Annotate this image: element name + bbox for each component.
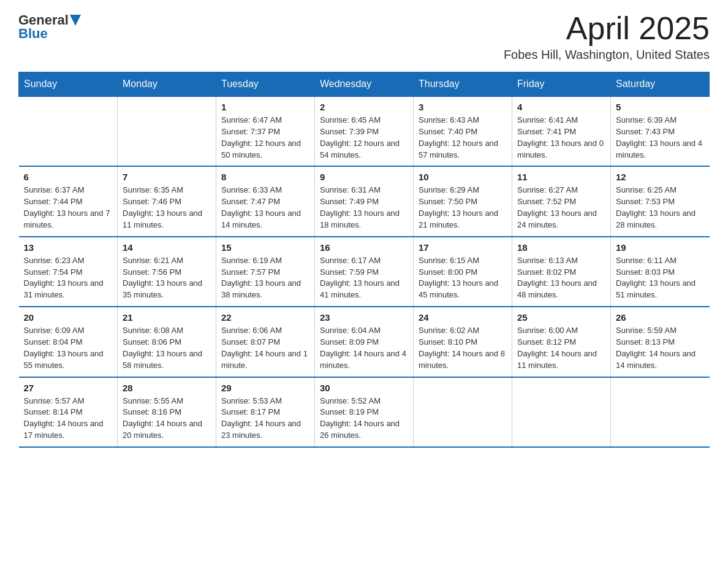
- day-number: 25: [517, 312, 605, 323]
- calendar-week-row: 13Sunrise: 6:23 AM Sunset: 7:54 PM Dayli…: [19, 237, 710, 307]
- day-info: Sunrise: 6:04 AM Sunset: 8:09 PM Dayligh…: [320, 325, 408, 371]
- day-info: Sunrise: 6:17 AM Sunset: 7:59 PM Dayligh…: [320, 255, 408, 301]
- day-info: Sunrise: 6:25 AM Sunset: 7:53 PM Dayligh…: [616, 185, 705, 231]
- day-info: Sunrise: 6:21 AM Sunset: 7:56 PM Dayligh…: [123, 255, 211, 301]
- day-number: 21: [123, 312, 211, 323]
- day-info: Sunrise: 6:41 AM Sunset: 7:41 PM Dayligh…: [517, 115, 605, 161]
- page-header: General Blue April 2025 Fobes Hill, Wash…: [18, 12, 710, 62]
- column-header-monday: Monday: [118, 72, 216, 97]
- day-info: Sunrise: 6:08 AM Sunset: 8:06 PM Dayligh…: [123, 325, 211, 371]
- calendar-cell: 8Sunrise: 6:33 AM Sunset: 7:47 PM Daylig…: [216, 166, 315, 236]
- calendar-cell: 7Sunrise: 6:35 AM Sunset: 7:46 PM Daylig…: [118, 166, 216, 236]
- day-info: Sunrise: 5:53 AM Sunset: 8:17 PM Dayligh…: [221, 396, 309, 442]
- column-header-thursday: Thursday: [414, 72, 512, 97]
- day-number: 10: [419, 172, 507, 182]
- day-info: Sunrise: 6:00 AM Sunset: 8:12 PM Dayligh…: [517, 325, 605, 371]
- day-number: 22: [221, 312, 309, 323]
- calendar-cell: 16Sunrise: 6:17 AM Sunset: 7:59 PM Dayli…: [315, 237, 414, 307]
- calendar-cell: 11Sunrise: 6:27 AM Sunset: 7:52 PM Dayli…: [512, 166, 611, 236]
- day-number: 5: [616, 102, 705, 112]
- day-number: 16: [320, 242, 408, 253]
- day-number: 17: [419, 242, 507, 253]
- day-number: 4: [517, 102, 605, 112]
- calendar-cell: 30Sunrise: 5:52 AM Sunset: 8:19 PM Dayli…: [315, 377, 414, 447]
- logo: General Blue: [18, 12, 81, 42]
- calendar-header-row: SundayMondayTuesdayWednesdayThursdayFrid…: [19, 72, 710, 97]
- day-number: 13: [24, 242, 113, 253]
- calendar-cell: 14Sunrise: 6:21 AM Sunset: 7:56 PM Dayli…: [118, 237, 216, 307]
- svg-marker-0: [70, 15, 81, 26]
- day-number: 8: [221, 172, 309, 182]
- day-number: 15: [221, 242, 309, 253]
- title-block: April 2025 Fobes Hill, Washington, Unite…: [504, 12, 710, 62]
- day-info: Sunrise: 6:31 AM Sunset: 7:49 PM Dayligh…: [320, 185, 408, 231]
- day-info: Sunrise: 6:02 AM Sunset: 8:10 PM Dayligh…: [419, 325, 507, 371]
- day-number: 14: [123, 242, 211, 253]
- day-info: Sunrise: 6:33 AM Sunset: 7:47 PM Dayligh…: [221, 185, 309, 231]
- day-number: 24: [419, 312, 507, 323]
- day-number: 3: [419, 102, 507, 112]
- day-info: Sunrise: 6:19 AM Sunset: 7:57 PM Dayligh…: [221, 255, 309, 301]
- calendar-cell: [19, 96, 118, 166]
- calendar-cell: 22Sunrise: 6:06 AM Sunset: 8:07 PM Dayli…: [216, 307, 315, 377]
- calendar-cell: 12Sunrise: 6:25 AM Sunset: 7:53 PM Dayli…: [611, 166, 710, 236]
- calendar-cell: [414, 377, 512, 447]
- calendar-cell: 27Sunrise: 5:57 AM Sunset: 8:14 PM Dayli…: [19, 377, 118, 447]
- day-number: 27: [24, 383, 113, 393]
- location: Fobes Hill, Washington, United States: [504, 48, 710, 62]
- day-info: Sunrise: 6:43 AM Sunset: 7:40 PM Dayligh…: [419, 115, 507, 161]
- column-header-saturday: Saturday: [611, 72, 710, 97]
- day-info: Sunrise: 6:35 AM Sunset: 7:46 PM Dayligh…: [123, 185, 211, 231]
- day-number: 20: [24, 312, 113, 323]
- day-info: Sunrise: 6:29 AM Sunset: 7:50 PM Dayligh…: [419, 185, 507, 231]
- calendar-cell: 3Sunrise: 6:43 AM Sunset: 7:40 PM Daylig…: [414, 96, 512, 166]
- calendar-cell: 20Sunrise: 6:09 AM Sunset: 8:04 PM Dayli…: [19, 307, 118, 377]
- calendar-week-row: 6Sunrise: 6:37 AM Sunset: 7:44 PM Daylig…: [19, 166, 710, 236]
- day-number: 6: [24, 172, 113, 182]
- calendar-cell: 15Sunrise: 6:19 AM Sunset: 7:57 PM Dayli…: [216, 237, 315, 307]
- calendar-cell: 19Sunrise: 6:11 AM Sunset: 8:03 PM Dayli…: [611, 237, 710, 307]
- day-number: 26: [616, 312, 705, 323]
- day-info: Sunrise: 6:45 AM Sunset: 7:39 PM Dayligh…: [320, 115, 408, 161]
- calendar-cell: [512, 377, 611, 447]
- day-info: Sunrise: 6:11 AM Sunset: 8:03 PM Dayligh…: [616, 255, 705, 301]
- calendar-week-row: 20Sunrise: 6:09 AM Sunset: 8:04 PM Dayli…: [19, 307, 710, 377]
- day-info: Sunrise: 6:06 AM Sunset: 8:07 PM Dayligh…: [221, 325, 309, 371]
- day-info: Sunrise: 6:13 AM Sunset: 8:02 PM Dayligh…: [517, 255, 605, 301]
- day-info: Sunrise: 5:52 AM Sunset: 8:19 PM Dayligh…: [320, 396, 408, 442]
- day-info: Sunrise: 6:09 AM Sunset: 8:04 PM Dayligh…: [24, 325, 113, 371]
- day-number: 7: [123, 172, 211, 182]
- calendar-cell: 17Sunrise: 6:15 AM Sunset: 8:00 PM Dayli…: [414, 237, 512, 307]
- day-info: Sunrise: 6:47 AM Sunset: 7:37 PM Dayligh…: [221, 115, 309, 161]
- day-info: Sunrise: 6:27 AM Sunset: 7:52 PM Dayligh…: [517, 185, 605, 231]
- calendar-cell: [118, 96, 216, 166]
- day-number: 18: [517, 242, 605, 253]
- calendar-cell: 10Sunrise: 6:29 AM Sunset: 7:50 PM Dayli…: [414, 166, 512, 236]
- calendar-cell: 9Sunrise: 6:31 AM Sunset: 7:49 PM Daylig…: [315, 166, 414, 236]
- day-number: 12: [616, 172, 705, 182]
- day-number: 19: [616, 242, 705, 253]
- day-info: Sunrise: 5:57 AM Sunset: 8:14 PM Dayligh…: [24, 396, 113, 442]
- calendar-cell: 2Sunrise: 6:45 AM Sunset: 7:39 PM Daylig…: [315, 96, 414, 166]
- calendar-cell: 1Sunrise: 6:47 AM Sunset: 7:37 PM Daylig…: [216, 96, 315, 166]
- calendar-cell: 6Sunrise: 6:37 AM Sunset: 7:44 PM Daylig…: [19, 166, 118, 236]
- calendar-cell: 26Sunrise: 5:59 AM Sunset: 8:13 PM Dayli…: [611, 307, 710, 377]
- calendar-cell: 18Sunrise: 6:13 AM Sunset: 8:02 PM Dayli…: [512, 237, 611, 307]
- calendar-week-row: 27Sunrise: 5:57 AM Sunset: 8:14 PM Dayli…: [19, 377, 710, 447]
- day-info: Sunrise: 6:37 AM Sunset: 7:44 PM Dayligh…: [24, 185, 113, 231]
- day-info: Sunrise: 5:59 AM Sunset: 8:13 PM Dayligh…: [616, 325, 705, 371]
- column-header-friday: Friday: [512, 72, 611, 97]
- day-info: Sunrise: 5:55 AM Sunset: 8:16 PM Dayligh…: [123, 396, 211, 442]
- calendar-cell: 29Sunrise: 5:53 AM Sunset: 8:17 PM Dayli…: [216, 377, 315, 447]
- calendar-cell: 5Sunrise: 6:39 AM Sunset: 7:43 PM Daylig…: [611, 96, 710, 166]
- calendar-week-row: 1Sunrise: 6:47 AM Sunset: 7:37 PM Daylig…: [19, 96, 710, 166]
- calendar-cell: 21Sunrise: 6:08 AM Sunset: 8:06 PM Dayli…: [118, 307, 216, 377]
- logo-triangle-icon: [70, 15, 81, 26]
- day-number: 9: [320, 172, 408, 182]
- logo-blue: Blue: [18, 26, 48, 42]
- day-info: Sunrise: 6:23 AM Sunset: 7:54 PM Dayligh…: [24, 255, 113, 301]
- column-header-tuesday: Tuesday: [216, 72, 315, 97]
- day-number: 30: [320, 383, 408, 393]
- calendar-cell: 13Sunrise: 6:23 AM Sunset: 7:54 PM Dayli…: [19, 237, 118, 307]
- day-number: 11: [517, 172, 605, 182]
